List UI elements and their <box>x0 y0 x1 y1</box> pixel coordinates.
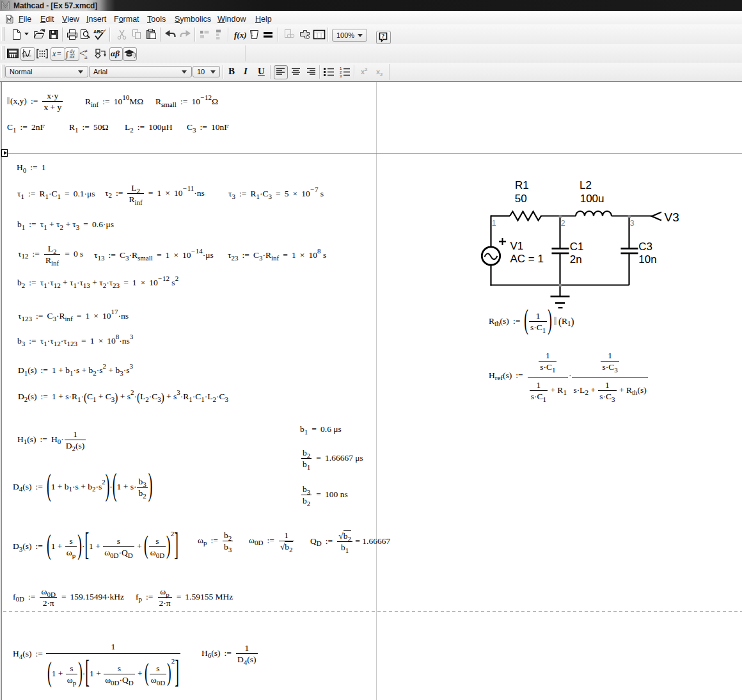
svg-text:f(x): f(x) <box>234 30 247 40</box>
svg-text:αβ: αβ <box>111 49 120 58</box>
svg-text:x: x <box>52 49 56 58</box>
svg-text:C1: C1 <box>570 241 584 253</box>
svg-text:2: 2 <box>380 72 383 77</box>
svg-text:C3: C3 <box>638 241 652 253</box>
svg-text:dx: dx <box>70 54 75 60</box>
svg-text:?: ? <box>381 33 384 40</box>
svg-text:=: = <box>57 49 61 58</box>
svg-text:∫: ∫ <box>65 49 69 60</box>
svg-text:100u: 100u <box>580 193 604 205</box>
svg-text:R1: R1 <box>515 179 529 191</box>
svg-text:V3: V3 <box>665 211 679 224</box>
svg-text:1: 1 <box>492 218 496 228</box>
svg-text:AC = 1: AC = 1 <box>510 253 543 265</box>
svg-text:✓: ✓ <box>103 29 106 33</box>
svg-text:3: 3 <box>340 74 342 78</box>
svg-text:2: 2 <box>365 67 368 72</box>
svg-text:L2: L2 <box>580 179 592 191</box>
svg-text:3: 3 <box>630 218 635 228</box>
svg-text:≥: ≥ <box>84 54 88 60</box>
svg-text:2: 2 <box>561 218 565 228</box>
svg-text:10n: 10n <box>638 253 656 266</box>
svg-text:V1: V1 <box>510 240 523 252</box>
svg-text:50: 50 <box>515 193 527 205</box>
svg-text:2n: 2n <box>570 253 582 266</box>
